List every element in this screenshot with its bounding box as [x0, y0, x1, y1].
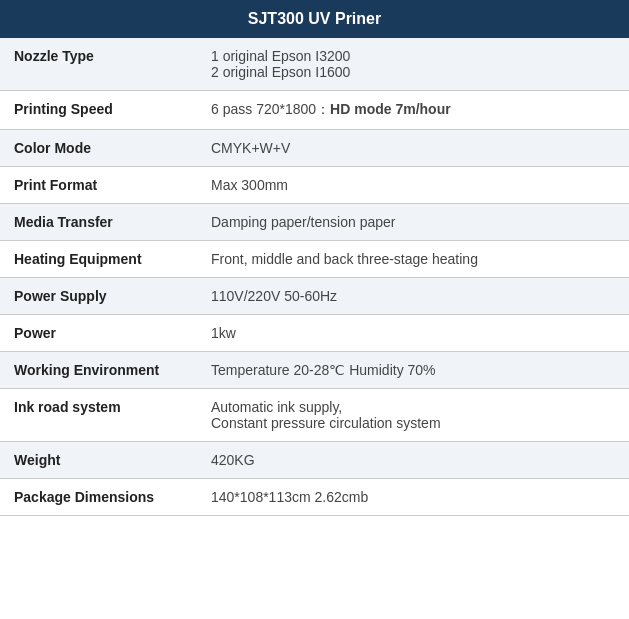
spec-value-line: 2 original Epson I1600: [211, 64, 350, 80]
spec-label: Ink road system: [0, 389, 197, 442]
table-row: Printing Speed6 pass 720*1800：HD mode 7m…: [0, 91, 629, 130]
spec-label: Weight: [0, 442, 197, 479]
spec-value: Automatic ink supply,Constant pressure c…: [197, 389, 629, 442]
table-row: Print FormatMax 300mm: [0, 167, 629, 204]
table-row: Power1kw: [0, 315, 629, 352]
spec-value: CMYK+W+V: [197, 130, 629, 167]
spec-value: Front, middle and back three-stage heati…: [197, 241, 629, 278]
spec-label: Media Transfer: [0, 204, 197, 241]
spec-value: 1 original Epson I32002 original Epson I…: [197, 38, 629, 91]
table-row: Nozzle Type1 original Epson I32002 origi…: [0, 38, 629, 91]
spec-label: Color Mode: [0, 130, 197, 167]
spec-label: Print Format: [0, 167, 197, 204]
table-row: Weight420KG: [0, 442, 629, 479]
spec-label: Working Environment: [0, 352, 197, 389]
spec-value: Max 300mm: [197, 167, 629, 204]
spec-value-line: 1 original Epson I3200: [211, 48, 350, 64]
spec-label: Power: [0, 315, 197, 352]
table-row: Media TransferDamping paper/tension pape…: [0, 204, 629, 241]
spec-value-line: Constant pressure circulation system: [211, 415, 441, 431]
spec-value: Temperature 20-28℃ Humidity 70%: [197, 352, 629, 389]
spec-value: 420KG: [197, 442, 629, 479]
table-row: Working EnvironmentTemperature 20-28℃ Hu…: [0, 352, 629, 389]
table-row: Package Dimensions140*108*113cm 2.62cmb: [0, 479, 629, 516]
spec-value: 6 pass 720*1800：HD mode 7m/hour: [197, 91, 629, 130]
spec-value-bold: HD mode 7m/hour: [330, 101, 451, 117]
spec-table-wrapper: SJT300 UV Priner Nozzle Type1 original E…: [0, 0, 629, 516]
spec-value: 110V/220V 50-60Hz: [197, 278, 629, 315]
spec-label: Heating Equipment: [0, 241, 197, 278]
spec-value-line: Automatic ink supply,: [211, 399, 342, 415]
spec-value: 1kw: [197, 315, 629, 352]
spec-label: Package Dimensions: [0, 479, 197, 516]
spec-value-normal: 6 pass 720*1800：: [211, 101, 330, 117]
table-row: Ink road systemAutomatic ink supply,Cons…: [0, 389, 629, 442]
spec-label: Printing Speed: [0, 91, 197, 130]
spec-label: Nozzle Type: [0, 38, 197, 91]
table-header: SJT300 UV Priner: [0, 0, 629, 38]
table-row: Color ModeCMYK+W+V: [0, 130, 629, 167]
table-row: Heating EquipmentFront, middle and back …: [0, 241, 629, 278]
header-title: SJT300 UV Priner: [248, 10, 381, 27]
spec-table: Nozzle Type1 original Epson I32002 origi…: [0, 38, 629, 516]
table-row: Power Supply110V/220V 50-60Hz: [0, 278, 629, 315]
spec-label: Power Supply: [0, 278, 197, 315]
spec-value: Damping paper/tension paper: [197, 204, 629, 241]
spec-value: 140*108*113cm 2.62cmb: [197, 479, 629, 516]
